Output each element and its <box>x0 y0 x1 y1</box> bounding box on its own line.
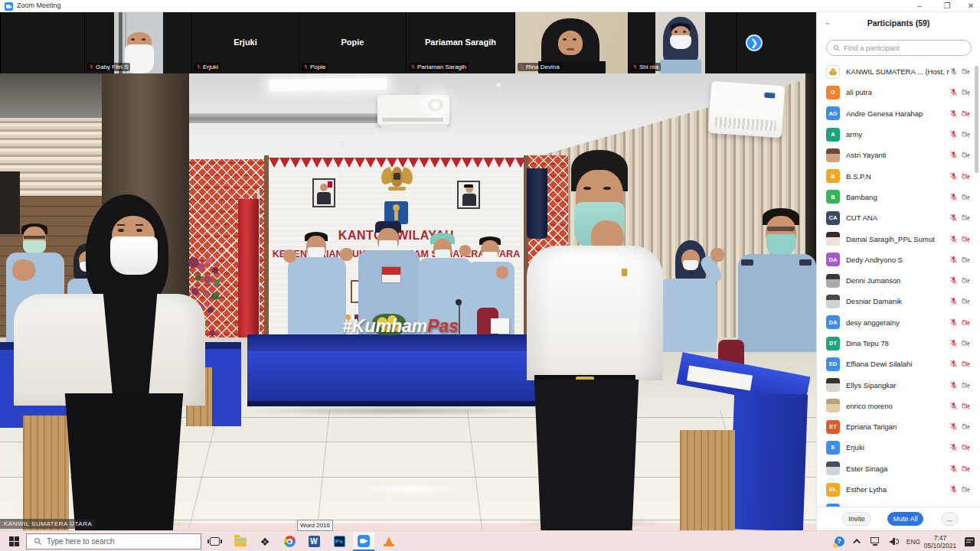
clock-tray[interactable]: 7:47 05/10/2021 <box>920 532 960 551</box>
participant-search[interactable] <box>826 40 972 56</box>
mic-status-icon <box>949 443 958 452</box>
participant-row[interactable]: ED Effiana Dewi Silalahi <box>817 354 975 374</box>
participant-row[interactable]: enrico moreno <box>817 396 975 416</box>
mic-status-icon <box>949 422 958 431</box>
participant-row[interactable]: B Bambang <box>817 187 975 207</box>
participant-name: army <box>846 130 949 139</box>
participant-avatar: CA <box>826 211 840 225</box>
video-tile-pariaman[interactable]: Pariaman Saragih Pariaman Saragih <box>406 12 514 73</box>
dropbox-button[interactable]: ❖ <box>254 532 276 551</box>
volume-tray-button[interactable] <box>883 532 904 551</box>
mic-status-icon <box>949 214 958 222</box>
start-button[interactable] <box>3 532 24 551</box>
close-button[interactable]: ✕ <box>959 0 980 12</box>
participant-row[interactable]: B B.S.P.N <box>817 165 975 186</box>
camera-status-icon <box>962 465 970 473</box>
foreground-person-right <box>490 73 704 530</box>
right-desk-front <box>730 392 808 530</box>
participant-row[interactable]: KANWIL SUMATERA ... (Host, me) <box>817 61 975 82</box>
hashtag-sign: #KumhamPas <box>342 316 459 337</box>
taskbar-search[interactable]: Type here to search <box>26 533 201 549</box>
participant-row[interactable]: Denni Jumanson <box>817 270 975 291</box>
participant-row[interactable]: E Erjuki <box>817 437 975 458</box>
tray-time: 7:47 <box>934 534 947 542</box>
participant-avatar: B <box>826 169 840 183</box>
participant-row[interactable]: O ali putra <box>817 82 975 103</box>
more-options-button[interactable]: ... <box>941 512 959 526</box>
action-center-icon <box>965 537 975 546</box>
camera-status-icon <box>962 318 970 327</box>
panel-scrollbar[interactable] <box>975 66 978 173</box>
participant-row[interactable]: Ellys Sipangkar <box>817 374 975 395</box>
zoom-taskbar-button[interactable] <box>353 532 374 551</box>
participant-name: Dedy Andryono S <box>846 256 949 264</box>
camera-status-icon <box>962 235 970 243</box>
participant-row[interactable]: EL Esther Lytha <box>817 479 975 500</box>
video-tile-rina[interactable]: Rina Devina <box>514 12 628 73</box>
video-tile-erjuki[interactable]: Erjuki Erjuki <box>191 12 299 73</box>
task-view-button[interactable] <box>204 532 225 551</box>
mic-status-icon <box>949 402 958 410</box>
participant-avatar: ET <box>826 420 840 434</box>
camera-status-icon <box>962 381 970 390</box>
action-center-button[interactable] <box>959 532 980 551</box>
participant-row[interactable]: CA CUT ANA <box>817 207 975 228</box>
participant-row[interactable]: A army <box>817 124 975 145</box>
restore-button[interactable]: ❐ <box>936 0 959 12</box>
mute-all-button[interactable]: Mute All <box>887 512 923 526</box>
mic-status-icon <box>949 256 958 264</box>
zoom-icon <box>358 535 370 547</box>
participant-row[interactable]: ET Epriana Tarigan <box>817 416 975 437</box>
participant-name: Desniar Damanik <box>846 297 949 305</box>
video-tile-gaby[interactable]: Gaby Fitri S <box>84 12 191 73</box>
find-participant-input[interactable] <box>844 41 966 54</box>
foreground-person-left <box>0 73 253 530</box>
next-participants-arrow[interactable]: ❯ <box>746 34 763 51</box>
participant-avatar: B <box>826 190 840 204</box>
video-tile-popie[interactable]: Popie Popie <box>299 12 406 73</box>
photoshop-icon: Ps <box>334 536 345 547</box>
participant-row[interactable]: DT Dina Tepu 78 <box>817 333 975 354</box>
photoshop-button[interactable]: Ps <box>328 532 350 551</box>
word-button[interactable]: W <box>303 532 325 551</box>
video-tile-shinta[interactable]: Shi nta <box>628 12 737 73</box>
participant-row[interactable]: DA Dedy Andryono S <box>817 249 975 270</box>
participants-title: Participants (59) <box>817 18 980 28</box>
participant-row[interactable]: Damai Saragih_PPL Sumut <box>817 228 975 249</box>
participant-name: Epriana Tarigan <box>846 422 949 431</box>
meeting-room-video[interactable]: KANTOR WILAYAH KEMENTERIAN HUKUM DAN HAM… <box>0 73 816 530</box>
vlc-button[interactable] <box>378 532 400 551</box>
taskbar-search-placeholder: Type here to search <box>47 537 114 546</box>
camera-status-icon <box>962 360 970 368</box>
windows-taskbar: Type here to search ❖ W Ps ? <box>0 530 980 551</box>
participant-row[interactable]: Desniar Damanik <box>817 291 975 311</box>
participant-row[interactable]: DA desy anggerainy <box>817 312 975 333</box>
invite-button[interactable]: Invite <box>842 512 871 526</box>
participant-name: B.S.P.N <box>846 172 949 181</box>
mic-status-icon <box>949 318 958 327</box>
mic-status-icon <box>949 172 958 181</box>
participant-row[interactable]: Ester Sinaga <box>817 458 975 479</box>
camera-status-icon <box>962 109 970 118</box>
chrome-button[interactable] <box>279 532 300 551</box>
minimize-button[interactable]: – <box>908 0 931 12</box>
zoom-app-icon <box>5 2 13 11</box>
video-tile-empty[interactable] <box>0 12 84 73</box>
file-explorer-button[interactable] <box>230 532 251 551</box>
mic-status-icon <box>949 360 958 368</box>
window-title: Zoom Meeting <box>17 2 61 9</box>
participant-avatar <box>826 461 840 475</box>
participant-name: Andre Genesa Harahap <box>846 109 949 118</box>
search-icon <box>34 537 42 546</box>
participant-row[interactable] <box>817 500 975 507</box>
participant-row[interactable]: AG Andre Genesa Harahap <box>817 103 975 124</box>
participant-name-tag: Popie <box>302 63 328 71</box>
participant-avatar <box>826 274 840 288</box>
participant-avatar <box>826 295 840 308</box>
participant-name: Ellys Sipangkar <box>846 381 949 390</box>
folder-icon <box>234 537 247 546</box>
microphone-stand <box>459 303 460 335</box>
participant-row[interactable]: Astri Yayanti <box>817 145 975 165</box>
search-icon <box>833 44 841 52</box>
participant-name-tag: Shi nta <box>631 63 661 71</box>
